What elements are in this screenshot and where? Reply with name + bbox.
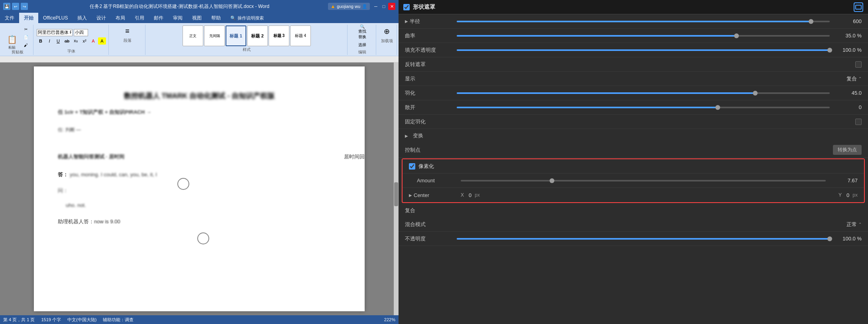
maximize-button[interactable]: □ — [380, 3, 387, 10]
transform-arrow-icon: ▶ — [405, 134, 410, 138]
amount-thumb[interactable] — [550, 178, 554, 183]
user-badge: ▲ guojiang wu 👤 — [328, 3, 370, 10]
tab-officeplus[interactable]: OfficePLUS — [38, 13, 73, 23]
feather-thumb[interactable] — [753, 91, 758, 96]
doc-text-1: 任 1clr + T知识产权 + 自知识PIRACH → — [58, 108, 341, 117]
superscript-button[interactable]: x² — [81, 37, 88, 45]
tab-mailings[interactable]: 邮件 — [149, 13, 168, 23]
doc-assistant-line: 助理机器人答：now is 9.00 — [58, 218, 341, 226]
blend-mode-label: 混合模式 — [405, 221, 457, 228]
tab-home[interactable]: 开始 — [19, 13, 38, 23]
save-icon[interactable]: 💾 — [3, 3, 10, 10]
strikethrough-button[interactable]: ab — [63, 37, 71, 45]
panel-header: 形状遮罩 — [399, 0, 868, 14]
spread-track — [457, 107, 718, 108]
tab-search[interactable]: 🔍 操作说明搜索 — [226, 13, 268, 23]
opacity-label: 不透明度 — [405, 235, 457, 242]
curvature-thumb[interactable] — [734, 33, 739, 38]
radius-thumb[interactable] — [809, 19, 813, 24]
format-painter-button[interactable]: 🖌 — [21, 41, 31, 49]
find-button[interactable]: 🔍 查找 — [357, 25, 367, 33]
center-label-area: ▶ Center — [409, 192, 461, 198]
radius-label: 半径 — [410, 18, 461, 25]
spread-slider[interactable] — [457, 107, 830, 108]
properties-panel: 形状遮罩 ▶ 半径 600 曲率 — [399, 0, 868, 324]
tab-insert[interactable]: 插入 — [73, 13, 92, 23]
fill-opacity-thumb[interactable] — [827, 48, 832, 53]
ribbon-group-font: B I U ab x₂ x² A A 字体 — [34, 25, 109, 55]
curvature-slider[interactable] — [457, 35, 830, 37]
tab-references[interactable]: 引用 — [130, 13, 149, 23]
font-size-input[interactable] — [74, 29, 88, 36]
blend-mode-dropdown[interactable]: 正常 ⌃ — [846, 221, 862, 228]
copy-button[interactable]: 📄 — [21, 33, 31, 41]
panel-title: 形状遮罩 — [413, 4, 850, 11]
tab-file[interactable]: 文件 — [0, 13, 19, 23]
document-container: 数控机器人 TMARK 自动化测试 - 自知识产权版 任 1clr + T知识产… — [0, 62, 399, 315]
tab-review[interactable]: 审阅 — [168, 13, 187, 23]
subscript-button[interactable]: x₂ — [72, 37, 80, 45]
convert-to-point-button[interactable]: 转换为点 — [833, 145, 862, 155]
close-button[interactable]: ✕ — [388, 3, 395, 10]
bold-button[interactable]: B — [37, 37, 45, 45]
highlight-button[interactable]: A — [98, 37, 106, 45]
tab-help[interactable]: 帮助 — [206, 13, 226, 23]
fixed-feather-label: 固定羽化 — [405, 118, 457, 125]
cut-button[interactable]: ✂ — [21, 25, 31, 33]
warning-icon: ▲ — [330, 4, 335, 9]
styles-label: 样式 — [243, 47, 251, 53]
tab-view[interactable]: 视图 — [187, 13, 206, 23]
paste-button[interactable]: 📋 粘贴 — [4, 36, 20, 49]
style-heading1[interactable]: 标题 1 — [226, 25, 246, 46]
opacity-slider[interactable] — [457, 238, 830, 240]
italic-button[interactable]: I — [45, 37, 53, 45]
style-heading4[interactable]: 标题 4 — [290, 25, 311, 46]
status-words: 1519 个字 — [41, 317, 61, 323]
display-dropdown[interactable]: 复合 ⌃ — [846, 75, 862, 82]
x-value: 0 — [469, 192, 471, 198]
status-lang: 中文(中国大陆) — [67, 317, 96, 323]
font-name-input[interactable] — [37, 29, 73, 36]
doc-scrollbar-thumb[interactable] — [394, 182, 398, 206]
style-normal[interactable]: 正文 — [183, 25, 203, 46]
style-heading2[interactable]: 标题 2 — [247, 25, 268, 46]
control-points-control: 转换为点 — [457, 145, 862, 155]
prop-section-transform[interactable]: ▶ 变换 — [399, 129, 868, 142]
edge-popup: 居时间回 — [344, 153, 365, 161]
replace-button[interactable]: 替换 — [357, 33, 367, 41]
blend-mode-control: 正常 ⌃ — [457, 221, 862, 228]
redo-icon[interactable]: ↪ — [21, 3, 28, 10]
amount-value: 7.67 — [826, 178, 858, 183]
tab-design[interactable]: 设计 — [92, 13, 111, 23]
font-color-button[interactable]: A — [89, 37, 97, 45]
amount-slider[interactable] — [461, 180, 826, 182]
tab-layout[interactable]: 布局 — [111, 13, 130, 23]
fill-opacity-slider[interactable] — [457, 49, 830, 51]
y-unit: px — [852, 192, 858, 198]
spread-thumb[interactable] — [715, 105, 720, 110]
curvature-control — [457, 35, 830, 37]
underline-button[interactable]: U — [54, 37, 62, 45]
center-label: Center — [414, 192, 465, 198]
radius-slider[interactable] — [457, 21, 830, 22]
pixelate-checkbox[interactable] — [409, 163, 415, 170]
fixed-feather-checkbox[interactable] — [855, 119, 862, 125]
svg-rect-0 — [856, 5, 861, 9]
select-button[interactable]: 选择 — [357, 41, 367, 49]
prop-row-display: 显示 复合 ⌃ — [399, 72, 868, 86]
doc-scrollbar[interactable] — [394, 62, 399, 315]
ribbon-tabs: 文件 开始 OfficePLUS 插入 设计 布局 引用 邮件 审阅 视图 帮助… — [0, 13, 399, 23]
invert-mask-checkbox[interactable] — [855, 61, 862, 68]
status-bar: 第 4 页，共 1 页 1519 个字 中文(中国大陆) 辅助功能：调查 222… — [0, 315, 399, 324]
prop-row-feather: 羽化 45.0 — [399, 86, 868, 100]
opacity-thumb[interactable] — [827, 236, 832, 241]
panel-enable-checkbox[interactable] — [403, 4, 410, 10]
style-heading3[interactable]: 标题 3 — [269, 25, 289, 46]
minimize-button[interactable]: ─ — [372, 3, 379, 10]
style-no-space[interactable]: 无间隔 — [204, 25, 225, 46]
feather-slider[interactable] — [457, 92, 830, 94]
ribbon: 文件 开始 OfficePLUS 插入 设计 布局 引用 邮件 审阅 视图 帮助… — [0, 13, 399, 56]
undo-icon[interactable]: ↩ — [12, 3, 19, 10]
prop-row-fixed-feather: 固定羽化 — [399, 115, 868, 129]
prop-section-composite[interactable]: 复合 — [399, 204, 868, 217]
